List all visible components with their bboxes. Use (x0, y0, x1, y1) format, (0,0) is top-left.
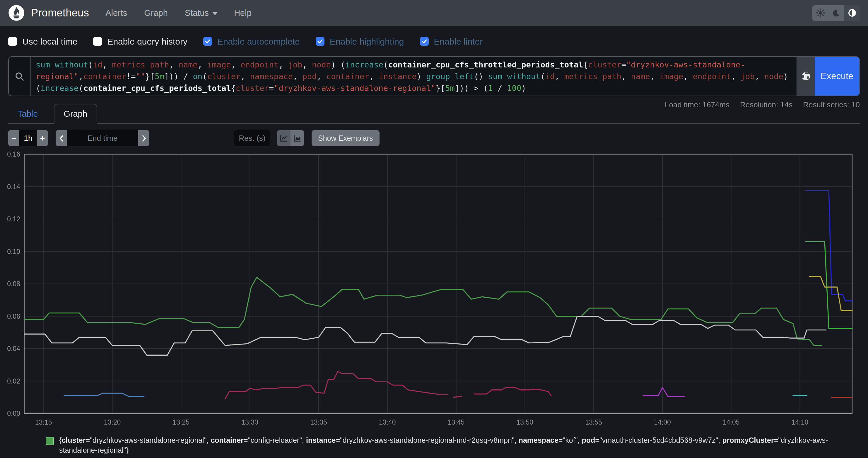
light-theme-button[interactable] (812, 5, 828, 21)
panel-tabs: TableGraph (8, 104, 860, 124)
resolution-stat: Resolution: 14s (740, 100, 793, 110)
graph-panel: Use local timeEnable query historyEnable… (0, 26, 868, 458)
range-stepper: − 1h + (8, 130, 48, 146)
series-line[interactable] (643, 388, 684, 396)
query-input[interactable]: sum without(id, metrics_path, name, imag… (31, 57, 797, 95)
tab-graph[interactable]: Graph (54, 104, 97, 124)
line-chart-button[interactable] (277, 130, 290, 146)
svg-text:0.14: 0.14 (7, 183, 20, 191)
svg-text:0.04: 0.04 (7, 345, 20, 352)
query-line: (increase(container_cpu_cfs_periods_tota… (36, 82, 792, 94)
prometheus-logo-icon (8, 5, 25, 21)
svg-text:13:50: 13:50 (517, 419, 533, 426)
series-line[interactable] (474, 388, 551, 396)
svg-text:0.10: 0.10 (7, 248, 20, 255)
svg-text:13:40: 13:40 (379, 419, 396, 426)
navbar: Prometheus AlertsGraphStatusHelp (0, 0, 868, 26)
checkbox-checked-icon[interactable] (420, 37, 428, 46)
series-line[interactable] (24, 277, 822, 345)
svg-text:0.16: 0.16 (7, 150, 20, 158)
option-enable-query-history[interactable]: Enable query history (93, 36, 187, 46)
checkbox-checked-icon[interactable] (203, 37, 212, 46)
nav-link-label: Graph (144, 8, 168, 18)
range-decrease-button[interactable]: − (8, 130, 19, 146)
svg-text:13:35: 13:35 (310, 419, 327, 426)
brand[interactable]: Prometheus (8, 5, 89, 21)
svg-text:0.12: 0.12 (7, 215, 20, 223)
nav-links: AlertsGraphStatusHelp (105, 8, 269, 18)
svg-text:14:00: 14:00 (654, 419, 671, 426)
show-exemplars-button[interactable]: Show Exemplars (312, 130, 379, 146)
checkbox-unchecked-icon[interactable] (8, 37, 17, 46)
query-line: regional",container!=""}[5m])) / on(clus… (36, 70, 792, 82)
option-label: Enable linter (434, 36, 483, 46)
graph-canvas[interactable]: 0.000.020.040.060.080.100.120.140.1613:1… (0, 148, 868, 430)
svg-text:13:15: 13:15 (35, 419, 52, 426)
tab-table[interactable]: Table (8, 105, 47, 123)
svg-text:14:10: 14:10 (792, 419, 809, 426)
nav-link-graph[interactable]: Graph (144, 8, 168, 18)
dark-theme-button[interactable] (828, 5, 844, 21)
option-use-local-time[interactable]: Use local time (8, 36, 77, 46)
series-line[interactable] (225, 371, 448, 399)
end-time-input[interactable]: End time (67, 130, 138, 146)
range-input[interactable]: 1h (19, 130, 37, 146)
auto-theme-button[interactable] (844, 5, 860, 21)
nav-link-status[interactable]: Status (185, 8, 217, 18)
graph-chart: 0.000.020.040.060.080.100.120.140.1613:1… (0, 148, 868, 432)
series-legend: {cluster="dryzhkov-aws-standalone-region… (8, 436, 860, 458)
svg-text:13:25: 13:25 (173, 419, 190, 426)
series-color-swatch (46, 437, 54, 445)
nav-link-label: Help (234, 8, 252, 18)
series-labels: {cluster="dryzhkov-aws-standalone-region… (59, 436, 860, 456)
metrics-explorer-button[interactable] (797, 57, 815, 95)
prometheus-app: Prometheus AlertsGraphStatusHelp Use loc… (0, 0, 868, 458)
line-chart-icon (279, 134, 288, 143)
option-label: Enable query history (107, 36, 187, 46)
series-line[interactable] (64, 393, 144, 396)
svg-text:0.02: 0.02 (7, 377, 20, 385)
series-line[interactable] (805, 241, 852, 328)
svg-text:14:05: 14:05 (723, 419, 740, 426)
end-time-stepper: End time (56, 130, 149, 146)
stacked-chart-button[interactable] (290, 130, 304, 146)
search-icon (9, 57, 31, 95)
option-enable-linter[interactable]: Enable linter (420, 36, 483, 46)
globe-icon (801, 71, 811, 82)
chart-type-toggle (277, 130, 304, 146)
nav-link-label: Alerts (105, 8, 127, 18)
svg-text:13:30: 13:30 (241, 419, 258, 426)
option-label: Enable highlighting (330, 36, 404, 46)
svg-text:13:20: 13:20 (104, 419, 121, 426)
result-series-stat: Result series: 10 (803, 100, 860, 110)
nav-link-help[interactable]: Help (234, 8, 252, 18)
svg-text:13:45: 13:45 (448, 419, 465, 426)
legend-item[interactable]: {cluster="dryzhkov-aws-standalone-region… (46, 436, 860, 456)
svg-text:0.08: 0.08 (7, 280, 20, 288)
query-line: sum without(id, metrics_path, name, imag… (36, 59, 792, 70)
nav-link-label: Status (185, 8, 209, 18)
chevron-down-icon (212, 12, 217, 15)
checkbox-unchecked-icon[interactable] (93, 37, 102, 46)
graph-controls: − 1h + End time Res. (s) (8, 130, 860, 146)
series-line[interactable] (805, 191, 852, 301)
theme-toggle-group (812, 5, 860, 21)
checkbox-checked-icon[interactable] (316, 37, 324, 46)
option-label: Use local time (22, 36, 77, 46)
option-enable-highlighting[interactable]: Enable highlighting (316, 36, 404, 46)
query-panel: sum without(id, metrics_path, name, imag… (8, 56, 860, 96)
series-line[interactable] (453, 396, 462, 397)
nav-link-alerts[interactable]: Alerts (105, 8, 127, 18)
execute-button[interactable]: Execute (815, 57, 859, 95)
range-increase-button[interactable]: + (37, 130, 48, 146)
time-back-button[interactable] (56, 130, 67, 146)
chevron-right-icon (140, 134, 147, 142)
options-row: Use local timeEnable query historyEnable… (8, 34, 860, 48)
svg-text:13:55: 13:55 (585, 419, 602, 426)
option-enable-autocomplete[interactable]: Enable autocomplete (203, 36, 300, 46)
area-chart-icon (293, 134, 302, 143)
brand-title: Prometheus (31, 7, 89, 19)
chevron-left-icon (58, 134, 65, 142)
time-forward-button[interactable] (138, 130, 149, 146)
resolution-input[interactable]: Res. (s) (234, 130, 270, 146)
